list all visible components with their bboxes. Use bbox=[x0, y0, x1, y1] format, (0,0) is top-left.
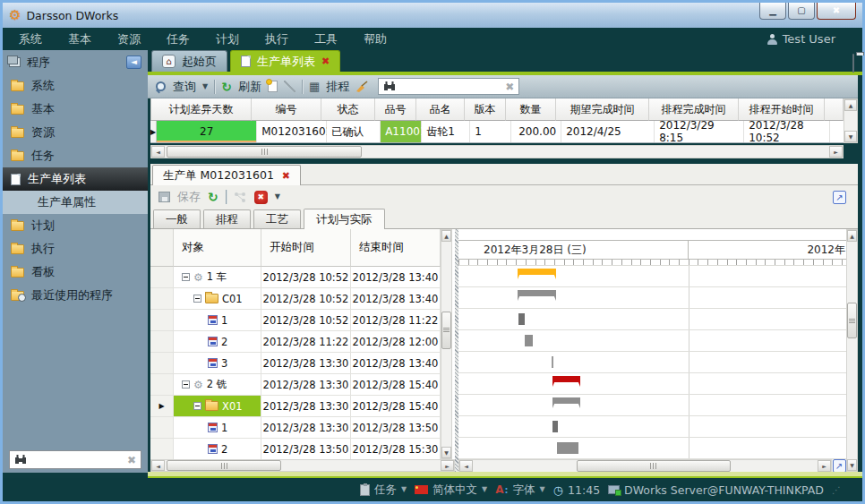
scroll-thumb[interactable] bbox=[577, 460, 731, 472]
scroll-down-icon[interactable]: ▼ bbox=[441, 447, 451, 458]
gantt-task-bar[interactable] bbox=[518, 313, 525, 325]
grid-cell[interactable]: 27 bbox=[157, 121, 257, 142]
query-dropdown-icon[interactable]: ▼ bbox=[202, 83, 208, 90]
end-time-cell[interactable]: 2012/3/28 15:40 bbox=[351, 374, 441, 396]
minimize-button[interactable]: ▁ bbox=[759, 3, 786, 20]
grid-column-编号[interactable]: 编号 bbox=[252, 98, 321, 121]
tree-expander-icon[interactable] bbox=[182, 380, 190, 389]
table-row[interactable]: ▶X012012/3/28 13:302012/3/28 15:40 bbox=[150, 396, 441, 417]
tab-计划与实际[interactable]: 计划与实际 bbox=[304, 209, 385, 229]
start-time-cell[interactable]: 2012/3/28 10:52 bbox=[261, 267, 351, 288]
gantt-horizontal-scrollbar[interactable]: ◄ ► bbox=[458, 459, 832, 473]
object-cell[interactable]: C01 bbox=[174, 288, 261, 310]
printer-icon[interactable] bbox=[852, 54, 854, 73]
grid-cell[interactable]: 已确认 bbox=[327, 121, 381, 142]
sidebar-item-生产单列表[interactable]: 生产单列表 bbox=[3, 167, 148, 191]
scroll-right-icon[interactable]: ► bbox=[818, 460, 831, 472]
sidebar-item-生产单属性[interactable]: 生产单属性 bbox=[3, 191, 148, 214]
tree-expander-icon[interactable] bbox=[193, 402, 201, 410]
sidebar-item-任务[interactable]: 任务 bbox=[3, 144, 148, 167]
tab-close-icon[interactable]: ✖ bbox=[321, 56, 330, 66]
object-cell[interactable]: 3 bbox=[174, 353, 261, 374]
scroll-down-icon[interactable]: ▼ bbox=[844, 131, 857, 142]
grid-column-品名[interactable]: 品名 bbox=[416, 98, 465, 121]
column-end-time[interactable]: 结束时间 bbox=[351, 229, 441, 267]
gantt-vertical-scrollbar[interactable]: ▲ ▼ bbox=[846, 229, 858, 472]
sidebar-item-系统[interactable]: 系统 bbox=[3, 74, 148, 98]
gantt-summary-bar[interactable] bbox=[518, 269, 556, 275]
save-button[interactable]: 保存 bbox=[177, 189, 201, 205]
status-language[interactable]: 简体中文 ▼ bbox=[415, 483, 487, 498]
detail-doc-tab[interactable]: 生产单 M012031601 ✖ bbox=[152, 165, 301, 185]
end-time-cell[interactable]: 2012/3/28 13:40 bbox=[351, 267, 441, 288]
end-time-cell[interactable]: 2012/3/28 13:40 bbox=[351, 288, 441, 310]
status-task[interactable]: 任务 ▼ bbox=[360, 483, 407, 498]
gantt-task-bar[interactable] bbox=[557, 442, 578, 454]
org-chart-icon[interactable] bbox=[234, 192, 247, 203]
schedule-table-vertical-scrollbar[interactable]: ▲ ▼ bbox=[441, 229, 452, 459]
table-row[interactable]: 12012/3/28 13:302012/3/28 13:50 bbox=[150, 417, 441, 439]
status-font[interactable]: A: 字体 ▼ bbox=[495, 483, 544, 498]
scroll-up-icon[interactable]: ▲ bbox=[441, 230, 451, 242]
grid-cell[interactable]: 2012/3/28 10:52 bbox=[744, 121, 830, 142]
refresh-button[interactable]: 刷新 bbox=[238, 79, 261, 95]
grid-column-数量[interactable]: 数量 bbox=[506, 98, 556, 121]
grid-cell[interactable]: 1 bbox=[470, 121, 511, 142]
table-row[interactable]: C012012/3/28 10:522012/3/28 13:40 bbox=[150, 288, 441, 310]
end-time-cell[interactable]: 2012/3/28 12:00 bbox=[351, 331, 441, 353]
end-time-cell[interactable]: 2012/3/28 13:40 bbox=[351, 353, 441, 374]
sidebar-item-看板[interactable]: 看板 bbox=[3, 261, 148, 284]
gantt-summary-bar[interactable] bbox=[518, 290, 556, 296]
start-time-cell[interactable]: 2012/3/28 10:52 bbox=[261, 310, 351, 331]
dropdown-icon[interactable]: ▼ bbox=[540, 486, 545, 493]
scroll-thumb[interactable] bbox=[167, 146, 362, 158]
tree-expander-icon[interactable] bbox=[193, 295, 201, 303]
object-cell[interactable]: X01 bbox=[174, 396, 261, 417]
toolbar-search-input[interactable] bbox=[401, 81, 500, 93]
scroll-up-icon[interactable]: ▲ bbox=[844, 99, 857, 111]
gantt-expand-icon[interactable]: ↗ bbox=[833, 459, 846, 473]
column-start-time[interactable]: 开始时间 bbox=[261, 229, 351, 267]
schedule-button[interactable]: 排程 bbox=[326, 79, 349, 95]
grid-cell[interactable]: 2012/3/29 8:15 bbox=[655, 121, 744, 142]
object-cell[interactable]: 2 bbox=[174, 331, 261, 353]
gantt-summary-bar[interactable] bbox=[552, 376, 580, 382]
dropdown-icon[interactable]: ▼ bbox=[401, 486, 407, 493]
menu-item-计划[interactable]: 计划 bbox=[216, 31, 239, 47]
sidebar-item-基本[interactable]: 基本 bbox=[3, 98, 148, 121]
detail-refresh-icon[interactable]: ↻ bbox=[208, 191, 218, 203]
object-cell[interactable]: 1 bbox=[174, 417, 261, 439]
detail-tab-close-icon[interactable]: ✖ bbox=[282, 171, 290, 181]
broom-icon[interactable] bbox=[355, 81, 369, 93]
end-time-cell[interactable]: 2012/3/28 11:22 bbox=[351, 310, 441, 331]
start-time-cell[interactable]: 2012/3/28 13:30 bbox=[261, 374, 351, 396]
user-box[interactable]: Test User bbox=[767, 32, 846, 46]
grid-column-品号[interactable]: 品号 bbox=[375, 98, 416, 121]
grid-cell[interactable]: 2012/4/25 bbox=[561, 121, 655, 142]
start-time-cell[interactable]: 2012/3/28 13:30 bbox=[261, 396, 351, 417]
scroll-down-icon[interactable]: ▼ bbox=[847, 459, 857, 471]
object-cell[interactable]: 1 bbox=[174, 310, 261, 331]
grid-vertical-scrollbar[interactable]: ▲ ▼ bbox=[844, 98, 858, 143]
grid-cell[interactable]: 齿轮1 bbox=[422, 121, 470, 142]
sidebar-search-clear-icon[interactable]: ✖ bbox=[127, 455, 136, 466]
sidebar-item-资源[interactable]: 资源 bbox=[3, 121, 148, 144]
gantt-task-bar[interactable] bbox=[552, 356, 553, 368]
table-row[interactable]: 32012/3/28 13:302012/3/28 13:40 bbox=[150, 353, 441, 374]
start-time-cell[interactable]: 2012/3/28 10:52 bbox=[261, 288, 351, 310]
scroll-thumb[interactable] bbox=[847, 303, 857, 338]
dropdown-icon[interactable]: ▼ bbox=[482, 486, 487, 493]
cancel-shield-icon[interactable]: ✖ bbox=[254, 191, 268, 204]
table-row[interactable]: 22012/3/28 11:222012/3/28 12:00 bbox=[150, 331, 441, 353]
shield-dropdown-icon[interactable]: ▼ bbox=[275, 193, 280, 201]
tree-expander-icon[interactable] bbox=[182, 273, 190, 281]
maximize-button[interactable]: ▢ bbox=[788, 3, 815, 20]
sidebar-item-最近使用的程序[interactable]: 最近使用的程序 bbox=[3, 284, 148, 307]
grid-horizontal-scrollbar[interactable]: ◄ ► bbox=[150, 145, 844, 158]
sidebar-search-input[interactable] bbox=[32, 454, 122, 466]
query-button[interactable]: 查询 bbox=[173, 79, 196, 95]
edit-pencil-icon[interactable] bbox=[284, 81, 295, 92]
scroll-left-icon[interactable]: ◄ bbox=[459, 460, 473, 472]
end-time-cell[interactable]: 2012/3/28 13:50 bbox=[351, 417, 441, 439]
close-button[interactable]: ✖ bbox=[817, 3, 856, 20]
